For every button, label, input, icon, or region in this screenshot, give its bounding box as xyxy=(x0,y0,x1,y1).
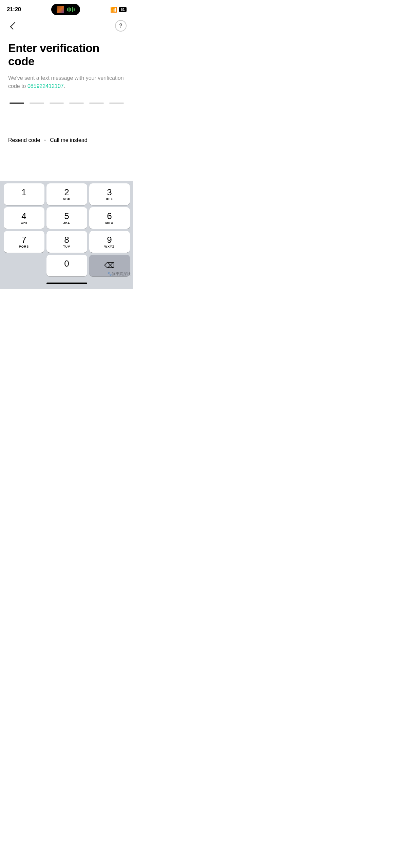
code-slot-3 xyxy=(50,103,64,104)
key-2-number: 2 xyxy=(64,188,69,197)
code-slot-6 xyxy=(109,103,124,104)
key-5-number: 5 xyxy=(64,212,69,220)
key-2[interactable]: 2 ABC xyxy=(46,183,87,205)
resend-code-button[interactable]: Resend code xyxy=(8,137,40,143)
audio-bar-3 xyxy=(70,8,71,11)
key-7-number: 7 xyxy=(21,235,26,244)
key-0-number: 0 xyxy=(64,259,69,268)
key-6-letters: MNO xyxy=(106,221,114,224)
bottom-links: Resend code Call me instead xyxy=(8,137,88,143)
status-center xyxy=(51,4,80,15)
key-7[interactable]: 7 PQRS xyxy=(4,231,44,253)
help-button[interactable]: ? xyxy=(115,20,127,32)
key-3-number: 3 xyxy=(107,188,112,197)
key-8-letters: TUV xyxy=(63,245,70,248)
battery-indicator: 51 xyxy=(119,7,127,12)
status-time: 21:20 xyxy=(7,6,21,13)
page-title: Enter verification code xyxy=(8,41,125,68)
keyboard-row-2: 4 GHI 5 JKL 6 MNO xyxy=(1,207,132,229)
key-0-letters xyxy=(66,269,68,272)
status-bar: 21:20 📶 51 xyxy=(0,0,133,17)
code-input-container[interactable] xyxy=(8,103,125,104)
audio-bar-5 xyxy=(74,8,75,11)
key-4[interactable]: 4 GHI xyxy=(4,207,44,229)
key-5[interactable]: 5 JKL xyxy=(46,207,87,229)
key-1[interactable]: 1 xyxy=(4,183,44,205)
key-8-number: 8 xyxy=(64,235,69,244)
code-slot-4 xyxy=(69,103,84,104)
key-9-letters: WXYZ xyxy=(104,245,115,248)
key-3-letters: DEF xyxy=(106,197,113,201)
back-button[interactable] xyxy=(7,20,19,32)
key-7-letters: PQRS xyxy=(19,245,29,248)
subtitle-suffix: . xyxy=(64,83,65,89)
key-4-letters: GHI xyxy=(21,221,27,224)
phone-number: 085922412107 xyxy=(27,83,64,89)
main-content: Enter verification code We've sent a tex… xyxy=(0,35,133,104)
subtitle: We've sent a text message with your veri… xyxy=(8,74,125,90)
audio-bar-2 xyxy=(69,7,70,12)
key-6-number: 6 xyxy=(107,212,112,220)
key-1-letters xyxy=(23,197,25,201)
key-5-letters: JKL xyxy=(63,221,70,224)
help-icon: ? xyxy=(119,23,122,29)
code-slot-2 xyxy=(30,103,44,104)
key-1-number: 1 xyxy=(21,188,26,197)
back-chevron-icon xyxy=(10,22,18,30)
code-slot-1 xyxy=(9,103,24,104)
key-4-number: 4 xyxy=(21,212,26,220)
home-indicator xyxy=(1,278,132,288)
wifi-icon: 📶 xyxy=(110,6,117,13)
subtitle-prefix: We've sent a text message with your veri… xyxy=(8,75,124,89)
code-slot-5 xyxy=(89,103,104,104)
now-playing-avatar xyxy=(57,6,64,13)
key-9-number: 9 xyxy=(107,235,112,244)
audio-bars xyxy=(67,7,75,12)
keyboard-row-1: 1 2 ABC 3 DEF xyxy=(1,183,132,205)
key-8[interactable]: 8 TUV xyxy=(46,231,87,253)
key-3[interactable]: 3 DEF xyxy=(89,183,130,205)
nav-bar: ? xyxy=(0,17,133,35)
key-9[interactable]: 9 WXYZ xyxy=(89,231,130,253)
audio-bar-4 xyxy=(72,7,73,12)
key-empty xyxy=(4,255,44,276)
dot-separator xyxy=(44,140,46,141)
keyboard-row-3: 7 PQRS 8 TUV 9 WXYZ xyxy=(1,231,132,253)
watermark: 🐾猫宁真探社 xyxy=(107,271,131,276)
status-right: 📶 51 xyxy=(110,6,127,13)
home-bar xyxy=(46,283,87,284)
key-0[interactable]: 0 xyxy=(46,255,87,276)
key-6[interactable]: 6 MNO xyxy=(89,207,130,229)
key-2-letters: ABC xyxy=(63,197,71,201)
call-instead-button[interactable]: Call me instead xyxy=(50,137,87,143)
delete-icon: ⌫ xyxy=(104,261,115,270)
audio-bar-1 xyxy=(67,8,68,11)
battery-level: 51 xyxy=(121,7,125,12)
